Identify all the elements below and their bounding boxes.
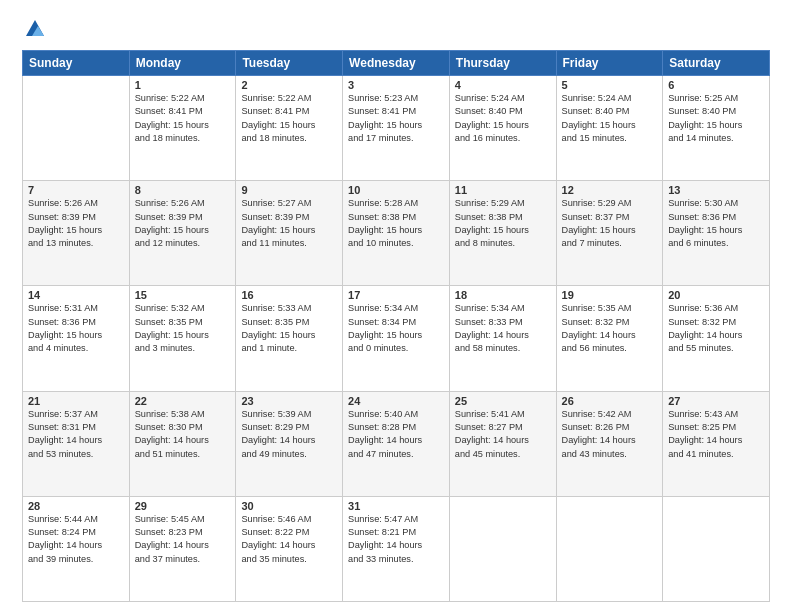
- calendar-cell: 6Sunrise: 5:25 AM Sunset: 8:40 PM Daylig…: [663, 76, 770, 181]
- calendar-cell: 16Sunrise: 5:33 AM Sunset: 8:35 PM Dayli…: [236, 286, 343, 391]
- calendar-cell: 17Sunrise: 5:34 AM Sunset: 8:34 PM Dayli…: [343, 286, 450, 391]
- day-number: 1: [135, 79, 231, 91]
- day-number: 30: [241, 500, 337, 512]
- day-info: Sunrise: 5:22 AM Sunset: 8:41 PM Dayligh…: [241, 92, 337, 145]
- calendar-cell: 7Sunrise: 5:26 AM Sunset: 8:39 PM Daylig…: [23, 181, 130, 286]
- day-number: 7: [28, 184, 124, 196]
- day-info: Sunrise: 5:23 AM Sunset: 8:41 PM Dayligh…: [348, 92, 444, 145]
- day-number: 5: [562, 79, 658, 91]
- calendar-header-sunday: Sunday: [23, 51, 130, 76]
- day-info: Sunrise: 5:24 AM Sunset: 8:40 PM Dayligh…: [562, 92, 658, 145]
- day-number: 15: [135, 289, 231, 301]
- calendar-cell: 20Sunrise: 5:36 AM Sunset: 8:32 PM Dayli…: [663, 286, 770, 391]
- day-number: 8: [135, 184, 231, 196]
- logo: [22, 18, 46, 40]
- day-info: Sunrise: 5:28 AM Sunset: 8:38 PM Dayligh…: [348, 197, 444, 250]
- day-number: 16: [241, 289, 337, 301]
- day-number: 2: [241, 79, 337, 91]
- calendar-cell: 9Sunrise: 5:27 AM Sunset: 8:39 PM Daylig…: [236, 181, 343, 286]
- day-number: 25: [455, 395, 551, 407]
- day-info: Sunrise: 5:29 AM Sunset: 8:37 PM Dayligh…: [562, 197, 658, 250]
- logo-icon: [24, 18, 46, 40]
- day-number: 12: [562, 184, 658, 196]
- calendar-cell: 18Sunrise: 5:34 AM Sunset: 8:33 PM Dayli…: [449, 286, 556, 391]
- calendar-header-row: SundayMondayTuesdayWednesdayThursdayFrid…: [23, 51, 770, 76]
- calendar: SundayMondayTuesdayWednesdayThursdayFrid…: [22, 50, 770, 602]
- day-info: Sunrise: 5:43 AM Sunset: 8:25 PM Dayligh…: [668, 408, 764, 461]
- day-info: Sunrise: 5:46 AM Sunset: 8:22 PM Dayligh…: [241, 513, 337, 566]
- day-info: Sunrise: 5:34 AM Sunset: 8:33 PM Dayligh…: [455, 302, 551, 355]
- calendar-cell: 3Sunrise: 5:23 AM Sunset: 8:41 PM Daylig…: [343, 76, 450, 181]
- day-number: 10: [348, 184, 444, 196]
- day-number: 14: [28, 289, 124, 301]
- calendar-header-tuesday: Tuesday: [236, 51, 343, 76]
- calendar-cell: 27Sunrise: 5:43 AM Sunset: 8:25 PM Dayli…: [663, 391, 770, 496]
- calendar-header-thursday: Thursday: [449, 51, 556, 76]
- calendar-cell: 1Sunrise: 5:22 AM Sunset: 8:41 PM Daylig…: [129, 76, 236, 181]
- calendar-cell: 8Sunrise: 5:26 AM Sunset: 8:39 PM Daylig…: [129, 181, 236, 286]
- day-info: Sunrise: 5:32 AM Sunset: 8:35 PM Dayligh…: [135, 302, 231, 355]
- day-number: 3: [348, 79, 444, 91]
- day-number: 24: [348, 395, 444, 407]
- day-number: 26: [562, 395, 658, 407]
- day-info: Sunrise: 5:22 AM Sunset: 8:41 PM Dayligh…: [135, 92, 231, 145]
- day-number: 11: [455, 184, 551, 196]
- day-number: 28: [28, 500, 124, 512]
- calendar-cell: 25Sunrise: 5:41 AM Sunset: 8:27 PM Dayli…: [449, 391, 556, 496]
- calendar-cell: 31Sunrise: 5:47 AM Sunset: 8:21 PM Dayli…: [343, 496, 450, 601]
- calendar-cell: 23Sunrise: 5:39 AM Sunset: 8:29 PM Dayli…: [236, 391, 343, 496]
- day-info: Sunrise: 5:35 AM Sunset: 8:32 PM Dayligh…: [562, 302, 658, 355]
- day-info: Sunrise: 5:37 AM Sunset: 8:31 PM Dayligh…: [28, 408, 124, 461]
- day-number: 20: [668, 289, 764, 301]
- calendar-header-monday: Monday: [129, 51, 236, 76]
- calendar-cell: [556, 496, 663, 601]
- calendar-cell: 10Sunrise: 5:28 AM Sunset: 8:38 PM Dayli…: [343, 181, 450, 286]
- calendar-cell: 29Sunrise: 5:45 AM Sunset: 8:23 PM Dayli…: [129, 496, 236, 601]
- calendar-header-wednesday: Wednesday: [343, 51, 450, 76]
- calendar-cell: 22Sunrise: 5:38 AM Sunset: 8:30 PM Dayli…: [129, 391, 236, 496]
- calendar-cell: 11Sunrise: 5:29 AM Sunset: 8:38 PM Dayli…: [449, 181, 556, 286]
- day-number: 4: [455, 79, 551, 91]
- day-info: Sunrise: 5:42 AM Sunset: 8:26 PM Dayligh…: [562, 408, 658, 461]
- day-number: 31: [348, 500, 444, 512]
- calendar-cell: 14Sunrise: 5:31 AM Sunset: 8:36 PM Dayli…: [23, 286, 130, 391]
- day-info: Sunrise: 5:45 AM Sunset: 8:23 PM Dayligh…: [135, 513, 231, 566]
- calendar-cell: 5Sunrise: 5:24 AM Sunset: 8:40 PM Daylig…: [556, 76, 663, 181]
- calendar-cell: 13Sunrise: 5:30 AM Sunset: 8:36 PM Dayli…: [663, 181, 770, 286]
- day-number: 13: [668, 184, 764, 196]
- calendar-cell: 30Sunrise: 5:46 AM Sunset: 8:22 PM Dayli…: [236, 496, 343, 601]
- day-number: 19: [562, 289, 658, 301]
- day-number: 23: [241, 395, 337, 407]
- calendar-week-3: 14Sunrise: 5:31 AM Sunset: 8:36 PM Dayli…: [23, 286, 770, 391]
- calendar-cell: 2Sunrise: 5:22 AM Sunset: 8:41 PM Daylig…: [236, 76, 343, 181]
- calendar-cell: 21Sunrise: 5:37 AM Sunset: 8:31 PM Dayli…: [23, 391, 130, 496]
- day-info: Sunrise: 5:29 AM Sunset: 8:38 PM Dayligh…: [455, 197, 551, 250]
- day-number: 27: [668, 395, 764, 407]
- calendar-week-1: 1Sunrise: 5:22 AM Sunset: 8:41 PM Daylig…: [23, 76, 770, 181]
- calendar-week-4: 21Sunrise: 5:37 AM Sunset: 8:31 PM Dayli…: [23, 391, 770, 496]
- day-number: 21: [28, 395, 124, 407]
- day-info: Sunrise: 5:26 AM Sunset: 8:39 PM Dayligh…: [135, 197, 231, 250]
- day-number: 29: [135, 500, 231, 512]
- day-number: 22: [135, 395, 231, 407]
- calendar-cell: [449, 496, 556, 601]
- calendar-cell: 4Sunrise: 5:24 AM Sunset: 8:40 PM Daylig…: [449, 76, 556, 181]
- calendar-cell: 12Sunrise: 5:29 AM Sunset: 8:37 PM Dayli…: [556, 181, 663, 286]
- calendar-week-5: 28Sunrise: 5:44 AM Sunset: 8:24 PM Dayli…: [23, 496, 770, 601]
- day-number: 9: [241, 184, 337, 196]
- day-info: Sunrise: 5:31 AM Sunset: 8:36 PM Dayligh…: [28, 302, 124, 355]
- calendar-cell: [23, 76, 130, 181]
- calendar-week-2: 7Sunrise: 5:26 AM Sunset: 8:39 PM Daylig…: [23, 181, 770, 286]
- day-info: Sunrise: 5:27 AM Sunset: 8:39 PM Dayligh…: [241, 197, 337, 250]
- day-info: Sunrise: 5:38 AM Sunset: 8:30 PM Dayligh…: [135, 408, 231, 461]
- calendar-cell: 26Sunrise: 5:42 AM Sunset: 8:26 PM Dayli…: [556, 391, 663, 496]
- day-info: Sunrise: 5:25 AM Sunset: 8:40 PM Dayligh…: [668, 92, 764, 145]
- page: SundayMondayTuesdayWednesdayThursdayFrid…: [0, 0, 792, 612]
- calendar-cell: 24Sunrise: 5:40 AM Sunset: 8:28 PM Dayli…: [343, 391, 450, 496]
- day-info: Sunrise: 5:44 AM Sunset: 8:24 PM Dayligh…: [28, 513, 124, 566]
- day-info: Sunrise: 5:36 AM Sunset: 8:32 PM Dayligh…: [668, 302, 764, 355]
- day-number: 6: [668, 79, 764, 91]
- calendar-cell: 28Sunrise: 5:44 AM Sunset: 8:24 PM Dayli…: [23, 496, 130, 601]
- day-info: Sunrise: 5:34 AM Sunset: 8:34 PM Dayligh…: [348, 302, 444, 355]
- day-number: 17: [348, 289, 444, 301]
